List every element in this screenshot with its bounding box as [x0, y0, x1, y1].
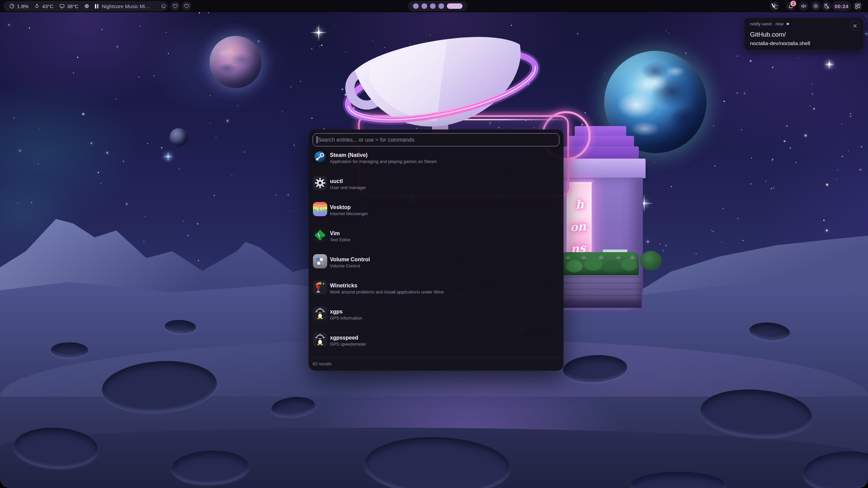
heart-icon	[172, 3, 178, 9]
heart-tray-button[interactable]	[170, 1, 180, 11]
workspace-dot[interactable]	[413, 3, 419, 9]
launcher-item-steam[interactable]: Steam (Native) Application for managing …	[313, 150, 559, 176]
sparkle-star	[310, 24, 328, 41]
tux-gps-icon	[313, 306, 327, 321]
notification-body: noctalia-dev/noctalia.shell	[750, 40, 810, 46]
item-title: uuctl	[330, 178, 366, 184]
tux-gps-icon	[313, 332, 327, 347]
item-desc: Internet Messenger	[330, 211, 368, 217]
pause-icon	[95, 4, 98, 8]
svg-text:im: im	[320, 236, 325, 239]
item-title: Vesktop	[330, 204, 368, 210]
neon-script-fragment: on	[569, 219, 587, 234]
notification-popup[interactable]: notify-send · now GitHub.com/ noctalia-d…	[744, 18, 864, 50]
heart-icon	[183, 3, 190, 9]
cpu-temp-stat: 43°C	[34, 3, 54, 9]
app-launcher: Steam (Native) Application for managing …	[309, 129, 564, 371]
results-footer: 62 results	[309, 357, 564, 371]
vesktop-icon: VC	[313, 202, 327, 216]
gauge-icon	[9, 3, 15, 9]
workspace-dot[interactable]	[438, 3, 444, 9]
top-bar: 1.8% 43°C 38°C 9.7G Nightcore Music Mix …	[0, 0, 868, 12]
workspace-dot[interactable]	[430, 3, 436, 9]
crater	[51, 342, 88, 358]
results-list: Steam (Native) Application for managing …	[313, 150, 559, 359]
notification-header: notify-send · now	[750, 21, 789, 26]
notifications-button[interactable]: 2	[786, 1, 795, 11]
winetricks-icon	[313, 280, 327, 294]
flame-icon	[34, 3, 40, 9]
cafe-cornice	[560, 159, 646, 178]
workspace-dot[interactable]	[421, 3, 427, 9]
clock-widget[interactable]: 00:24	[832, 1, 851, 11]
item-desc: Volume Control	[330, 263, 370, 269]
ghost-icon	[160, 3, 167, 9]
item-desc: GPS speedometer	[330, 341, 366, 347]
search-input[interactable]	[313, 133, 559, 146]
media-player-widget[interactable]: Nightcore Music Mix 20…	[90, 1, 166, 11]
item-title: Steam (Native)	[330, 152, 437, 158]
purple-planet	[210, 36, 262, 88]
volume-button[interactable]	[799, 1, 808, 11]
results-count: 62 results	[309, 358, 564, 370]
launcher-item-vesktop[interactable]: VC Vesktop Internet Messenger	[313, 202, 559, 228]
display-icon	[59, 3, 65, 9]
cafe-hedge	[560, 252, 639, 278]
clock-text: 00:24	[835, 3, 849, 9]
item-desc: Text Editor	[330, 237, 351, 243]
vesktop-tray-button[interactable]: VC	[770, 1, 779, 11]
chip-icon	[84, 3, 90, 9]
unread-dot	[787, 23, 789, 25]
ghost-tray-button[interactable]	[159, 1, 168, 11]
item-title: xgpsspeed	[330, 334, 366, 341]
volume-sliders-icon	[313, 254, 327, 268]
item-title: Vim	[330, 230, 351, 237]
item-desc: GPS information	[330, 315, 362, 321]
heart-tray-button[interactable]	[182, 1, 191, 11]
volume-icon	[800, 3, 807, 9]
sparkle-star	[163, 151, 173, 162]
cpu-usage-stat: 1.8%	[9, 3, 28, 9]
item-title: xgps	[330, 308, 362, 315]
notification-close-button[interactable]	[850, 21, 860, 31]
launcher-item-volume-control[interactable]: Volume Control Volume Control	[313, 254, 559, 280]
saturn-coffee-cup	[334, 28, 548, 143]
item-desc: Work around problems and install applica…	[330, 289, 444, 295]
search-field-wrap	[313, 133, 559, 146]
screen-corner	[0, 479, 9, 488]
workspace-indicator[interactable]	[408, 1, 468, 11]
media-title: Nightcore Music Mix 20…	[102, 3, 153, 9]
dashboard-plus-icon	[854, 3, 861, 9]
item-desc: Application for managing and playing gam…	[330, 159, 437, 164]
dashboard-button[interactable]	[853, 1, 863, 11]
vim-icon: V im	[313, 228, 327, 242]
notification-title: GitHub.com/	[750, 31, 786, 38]
screen-corner	[859, 479, 868, 488]
notification-badge: 2	[790, 0, 797, 7]
night-mode-icon	[823, 3, 830, 9]
night-mode-button[interactable]	[822, 1, 831, 11]
launcher-item-xgps[interactable]: xgps GPS information	[313, 306, 559, 332]
desktop: h on ns	[0, 0, 868, 488]
launcher-item-uuctl[interactable]: uuctl User unit manager	[313, 176, 559, 202]
brightness-icon	[812, 3, 819, 9]
launcher-item-vim[interactable]: V im Vim Text Editor	[313, 228, 559, 254]
gpu-temp-stat: 38°C	[59, 3, 79, 9]
brightness-button[interactable]	[811, 1, 821, 11]
close-icon	[853, 24, 857, 28]
gear-icon	[313, 176, 327, 190]
item-title: Volume Control	[330, 256, 370, 263]
item-desc: User unit manager	[330, 185, 366, 190]
small-dark-planet	[170, 128, 188, 146]
neon-script-fragment: h	[575, 197, 584, 211]
launcher-item-winetricks[interactable]: Winetricks Work around problems and inst…	[313, 280, 559, 306]
cafe-bush	[640, 251, 662, 270]
launcher-item-xgpsspeed[interactable]: xgpsspeed GPS speedometer	[313, 332, 559, 359]
steam-icon	[313, 150, 327, 164]
item-title: Winetricks	[330, 282, 444, 289]
text-caret	[317, 136, 317, 143]
workspace-dot-active[interactable]	[447, 3, 462, 9]
sparkle-star	[824, 59, 834, 69]
svg-text:VC: VC	[315, 205, 325, 213]
cafe-brick-planter	[559, 275, 642, 308]
